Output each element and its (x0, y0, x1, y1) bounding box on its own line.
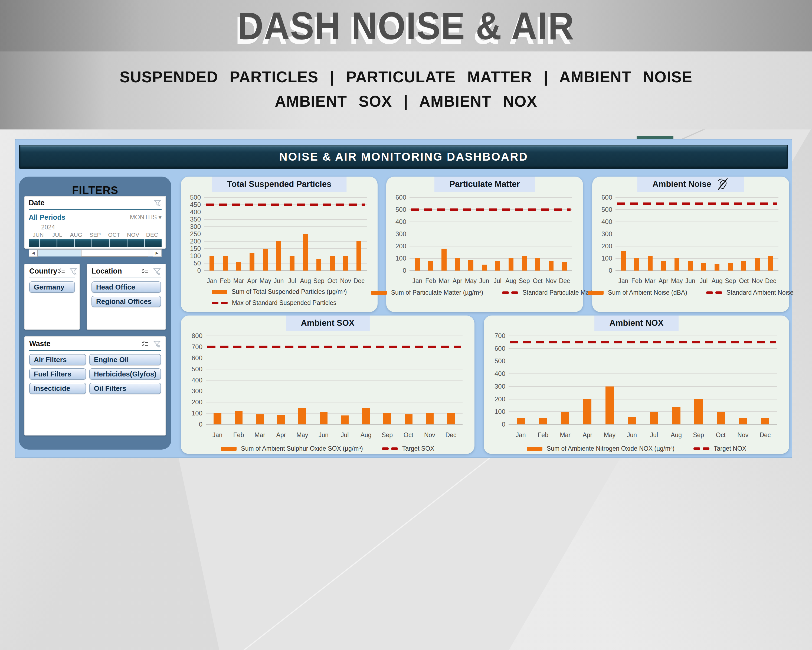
bar-feb (428, 261, 433, 271)
x-axis-label-aug: Aug (665, 431, 687, 439)
slicer-item-regional-offices[interactable]: Regional Offices (92, 296, 161, 307)
x-axis-label-jul: Jul (491, 277, 504, 284)
bar-dec (562, 262, 567, 271)
timeline-segment-jun[interactable] (40, 239, 57, 247)
y-axis-tick-label: 500 (188, 366, 203, 373)
y-axis-tick-label: 300 (598, 230, 612, 238)
bar-slot-feb (228, 336, 249, 424)
date-timeline[interactable] (29, 239, 162, 247)
plot-area: 050100150200250300350400450500 (204, 197, 367, 271)
filter-clear-icon[interactable] (153, 340, 161, 348)
scrollbar-thumb[interactable] (81, 250, 148, 257)
scroll-left-icon[interactable]: ◄ (29, 250, 38, 257)
legend-series-entry: Sum of Total Suspended Particles (µg/m³) (212, 288, 347, 295)
timeline-segment-jul[interactable] (57, 239, 75, 247)
y-axis-tick-label: 0 (392, 267, 406, 274)
timeline-segment-nov[interactable] (127, 239, 145, 247)
bar-aug (508, 258, 513, 271)
dashboard-panel: NOISE & AIR MONITORING DASHBOARD FILTERS… (15, 139, 792, 458)
x-axis-label-mar: Mar (232, 277, 245, 284)
scrollbar-selected-range[interactable] (38, 250, 81, 257)
bar-jul (650, 411, 658, 424)
x-axis-label-dec: Dec (440, 431, 461, 439)
y-axis-tick-label: 300 (392, 230, 406, 238)
x-axis-label-jan: Jan (617, 277, 630, 284)
x-axis-label-apr: Apr (245, 277, 258, 284)
bar-nov (549, 261, 554, 271)
y-axis-tick-label: 600 (598, 194, 612, 201)
top-banner: DASH NOISE & AIR (0, 0, 812, 52)
bar-jan (621, 251, 626, 271)
filters-panel: FILTERS Date All Periods MONTHS ▾ (19, 177, 171, 450)
page: DASH NOISE & AIR SUSPENDED PARTICLES | P… (0, 0, 812, 650)
legend-series-entry: Sum of Ambient Sulphur Oxide SOX (µg/m³) (221, 445, 363, 452)
bar-slot-jul (334, 336, 356, 424)
chart-title-band: Particulate Matter (434, 177, 535, 192)
legend: Sum of Ambient Noise (dBA)Standard Ambie… (592, 289, 789, 296)
bar-aug (714, 264, 719, 271)
y-axis-tick-label: 250 (186, 230, 201, 238)
multi-select-icon[interactable] (57, 267, 66, 275)
legend-bar-swatch (221, 447, 237, 451)
x-axis-label-oct: Oct (531, 277, 544, 284)
bar-sep (316, 259, 321, 271)
slicer-item-germany[interactable]: Germany (29, 281, 75, 293)
plot-area: 0100200300400500600 (615, 197, 778, 271)
bar-mar (648, 256, 653, 271)
slicer-item-insecticide[interactable]: Insecticide (29, 383, 86, 394)
month-label-oct: OCT (105, 232, 124, 238)
timeline-segment-oct[interactable] (110, 239, 127, 247)
x-axis-label-nov: Nov (339, 277, 352, 284)
bar-slot-jun (313, 336, 334, 424)
slicer-item-oil-filters[interactable]: Oil Filters (89, 383, 161, 394)
timeline-segment-aug[interactable] (75, 239, 92, 247)
bar-may (468, 260, 473, 271)
slicer-item-air-filters[interactable]: Air Filters (29, 354, 86, 366)
slicer-item-fuel-filters[interactable]: Fuel Filters (29, 369, 86, 380)
multi-select-icon[interactable] (141, 340, 149, 348)
filter-clear-icon[interactable] (153, 267, 161, 275)
x-axis-label-nov: Nov (732, 431, 754, 439)
x-axis-label-jan: Jan (510, 431, 532, 439)
legend-dash-swatch (502, 291, 518, 294)
x-axis-label-jul: Jul (285, 277, 299, 284)
x-axis-label-jun: Jun (684, 277, 697, 284)
chart-title-band: Ambient Noise (637, 177, 744, 192)
multi-select-icon[interactable] (141, 267, 149, 275)
date-scrollbar[interactable]: ◄ ► (29, 249, 162, 257)
x-axis-label-sep: Sep (312, 277, 325, 284)
y-axis-tick-label: 800 (188, 332, 203, 340)
bar-slot-dec (764, 197, 778, 271)
bar-aug (303, 234, 308, 271)
bar-slot-apr (576, 336, 598, 424)
x-axis-label-nov: Nov (751, 277, 764, 284)
target-line (617, 202, 777, 205)
slicer-item-head-office[interactable]: Head Office (92, 281, 161, 293)
divider (29, 350, 161, 351)
bar-slot-aug (356, 336, 377, 424)
bar-jun (276, 241, 281, 271)
subtitle-line-1: SUSPENDED PARTICLES | PARTICULATE MATTER… (120, 68, 692, 86)
bar-jan (209, 256, 214, 271)
timeline-segment[interactable] (29, 239, 40, 247)
bar-feb (634, 258, 639, 271)
date-filter: Date All Periods MONTHS ▾ 2024 JUNJULAUG… (24, 196, 166, 249)
filter-clear-icon[interactable] (69, 267, 78, 275)
bar-mar (256, 414, 264, 424)
x-axis-label-aug: Aug (356, 431, 377, 439)
filter-clear-icon[interactable] (153, 199, 162, 207)
chart-title-band: Ambient NOX (594, 315, 679, 331)
y-axis-tick-label: 300 (491, 383, 505, 390)
y-axis-tick-label: 150 (186, 245, 201, 252)
bar-slot-nov (339, 197, 352, 271)
date-granularity-dropdown[interactable]: MONTHS ▾ (130, 214, 162, 221)
x-axis-label-jun: Jun (272, 277, 285, 284)
x-axis-label-oct: Oct (710, 431, 732, 439)
scroll-right-icon[interactable]: ► (153, 250, 161, 257)
slicer-item-herbicides-glyfos-[interactable]: Herbicides(Glyfos) (89, 369, 161, 380)
bar-slot-feb (630, 197, 644, 271)
slicer-item-engine-oil[interactable]: Engine Oil (89, 354, 161, 366)
timeline-segment-dec[interactable] (145, 239, 162, 247)
date-granularity-value: MONTHS (130, 214, 157, 221)
timeline-segment-sep[interactable] (92, 239, 110, 247)
